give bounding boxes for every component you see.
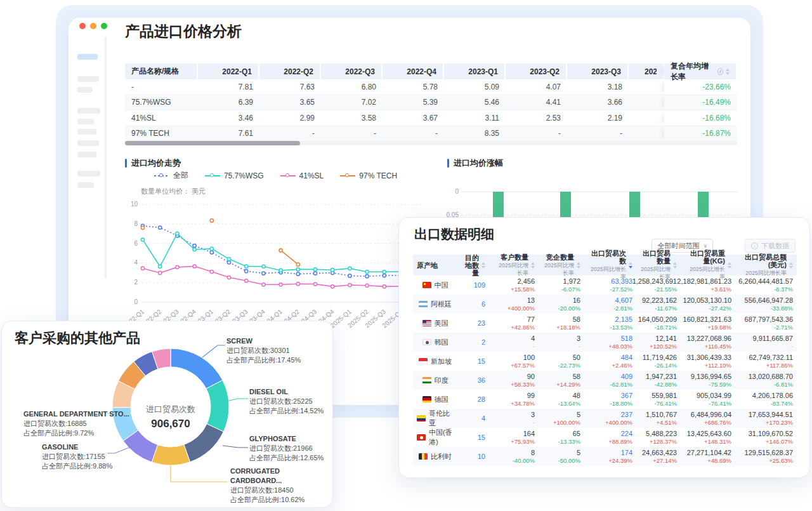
section-accent-bar	[125, 159, 127, 168]
price-col-quarter-header[interactable]: 2022-Q1	[198, 63, 259, 79]
sort-icon[interactable]	[629, 262, 632, 269]
trade-count-link[interactable]: 224	[621, 430, 632, 437]
caret-up-icon	[531, 262, 535, 265]
sort-icon[interactable]	[531, 262, 535, 269]
trade-count-link[interactable]: 237	[621, 411, 632, 418]
sort-icon[interactable]	[577, 262, 580, 269]
sidebar-item[interactable]	[77, 171, 100, 176]
legend-item[interactable]: 全部	[154, 170, 188, 181]
export-col-header[interactable]: 出口贸易总额(美元)2025同比增长率	[735, 255, 797, 275]
legend-item[interactable]: 41%SL	[280, 170, 324, 181]
metric-growth: -20.00%	[558, 305, 580, 312]
sidebar-item[interactable]	[77, 87, 93, 93]
sort-icon[interactable]	[726, 69, 730, 75]
legend-marker-icon	[154, 175, 169, 176]
flag-icon-hk	[417, 434, 426, 441]
sidebar-item[interactable]	[77, 76, 99, 82]
origin-cell: 阿根廷	[413, 295, 457, 314]
trade-count-link[interactable]: 409	[621, 373, 632, 380]
export-col-header[interactable]: 出口贸易重量(KG)2025同比增长率	[681, 255, 735, 275]
metric-value: 50	[573, 354, 580, 361]
trade-count-link[interactable]: 63,393	[611, 277, 632, 285]
metric-value: 17,653,944.51	[749, 411, 793, 418]
download-data-button[interactable]: ↓ 下载数据	[745, 239, 796, 253]
export-col-header[interactable]: 竞企数量2025同比增长率	[539, 255, 584, 275]
donut-label-trades: 进口贸易次数:30301	[226, 346, 301, 355]
sidebar-item[interactable]	[77, 182, 94, 188]
export-table-row: 阿根廷613+400.00%16-20.00%4,607-2.81%92,223…	[413, 295, 797, 314]
destination-count-link[interactable]: 15	[478, 357, 485, 365]
export-col-header[interactable]: 目的地数量	[457, 255, 489, 275]
data-point	[383, 270, 386, 274]
sort-icon[interactable]	[673, 262, 677, 269]
donut-label-name: GENERAL DEPARTMENT STO...	[23, 409, 129, 419]
destination-count-link[interactable]: 23	[478, 319, 485, 327]
destination-count-link[interactable]: 28	[478, 395, 485, 403]
metric-cell: 174+24.39%	[584, 447, 636, 466]
sidebar-item[interactable]	[77, 108, 100, 114]
sort-icon[interactable]	[728, 262, 731, 269]
metric-value: 1,947,231	[646, 373, 677, 380]
sidebar-item[interactable]	[77, 152, 96, 157]
origin-name: 韩国	[435, 338, 449, 347]
export-col-header[interactable]: 客户数量2025同比增长率	[489, 255, 539, 275]
price-col-quarter-header[interactable]: 2023-Q2	[506, 63, 567, 79]
trade-count-link[interactable]: 4,607	[615, 296, 632, 304]
maximize-icon[interactable]	[101, 23, 107, 29]
destination-count-link[interactable]: 10	[478, 453, 485, 460]
metric-value: 5	[577, 411, 580, 418]
metric-growth: -6.07%	[561, 286, 580, 293]
sidebar-item[interactable]	[77, 119, 94, 124]
destination-count-link[interactable]: 36	[478, 376, 485, 384]
data-point	[348, 267, 351, 270]
export-col-header[interactable]: 出口贸易数量2025同比增长率	[636, 255, 681, 275]
metric-growth: +2.46%	[612, 362, 633, 369]
metric-cell: 65-13.33%	[539, 428, 584, 447]
trade-count-link[interactable]: 518	[621, 335, 632, 342]
price-col-quarter-header[interactable]: 2022-Q4	[383, 63, 444, 79]
destination-count-link[interactable]: 2	[481, 338, 485, 346]
price-col-quarter-header[interactable]: 2022-Q3	[321, 63, 383, 79]
sidebar-item[interactable]	[77, 129, 96, 135]
metric-value: 12,141	[655, 335, 677, 342]
price-col-cagr-header[interactable]: 复合年均增长率i	[664, 63, 737, 79]
legend-item[interactable]: 75.7%WSG	[205, 170, 264, 181]
destination-count-link[interactable]: 15	[478, 434, 485, 441]
sidebar-item[interactable]	[77, 140, 99, 146]
metric-cell: 17,653,944.51+170.23%	[735, 409, 797, 428]
metric-value: 31,306,439.33	[687, 354, 731, 361]
price-col-quarter-header[interactable]: 2023-Q3	[567, 63, 629, 79]
trade-count-link[interactable]: 367	[621, 392, 632, 399]
sidebar-item[interactable]	[77, 54, 98, 60]
destination-count-cell: 6	[457, 295, 489, 314]
origin-name: 中国	[435, 281, 449, 290]
legend-item[interactable]: 97% TECH	[340, 170, 397, 181]
metric-value: 13	[527, 296, 535, 304]
price-col-quarter-header[interactable]: 2023-Q1	[444, 63, 506, 79]
minimize-icon[interactable]	[90, 23, 96, 29]
close-icon[interactable]	[79, 23, 86, 29]
export-table: 原产地目的地数量客户数量2025同比增长率竞企数量2025同比增长率出口贸易次数…	[413, 255, 797, 466]
metric-value: 58	[573, 315, 580, 323]
sort-icon[interactable]	[481, 262, 485, 269]
metric-cell: 160,821,321.63+19.68%	[681, 314, 735, 333]
metric-value: 9,136,994.65	[691, 373, 731, 380]
price-col-quarter-header[interactable]: 2022-Q2	[259, 63, 321, 79]
data-point	[348, 274, 351, 277]
destination-count-link[interactable]: 6	[481, 300, 485, 308]
metric-value: 11,719,426	[643, 354, 677, 361]
metric-growth: -2.81%	[613, 305, 632, 312]
metric-growth: +400.00%	[605, 419, 632, 426]
destination-count-link[interactable]: 109	[474, 281, 485, 289]
sort-icon[interactable]	[789, 262, 793, 269]
trade-count-link[interactable]: 2,135	[615, 315, 632, 323]
trade-count-link[interactable]: 174	[621, 449, 632, 456]
destination-count-link[interactable]: 4	[481, 415, 485, 422]
price-value-cell: 5.39	[383, 95, 444, 111]
download-button-label: 下载数据	[761, 241, 789, 251]
trade-count-link[interactable]: 484	[621, 354, 632, 361]
export-col-header[interactable]: 出口贸易次数2025同比增长率	[584, 255, 636, 275]
scrollbar-thumb[interactable]	[125, 141, 300, 145]
metric-value: 9,911,665.87	[753, 335, 793, 342]
price-value-cell: 8.35	[444, 126, 506, 142]
